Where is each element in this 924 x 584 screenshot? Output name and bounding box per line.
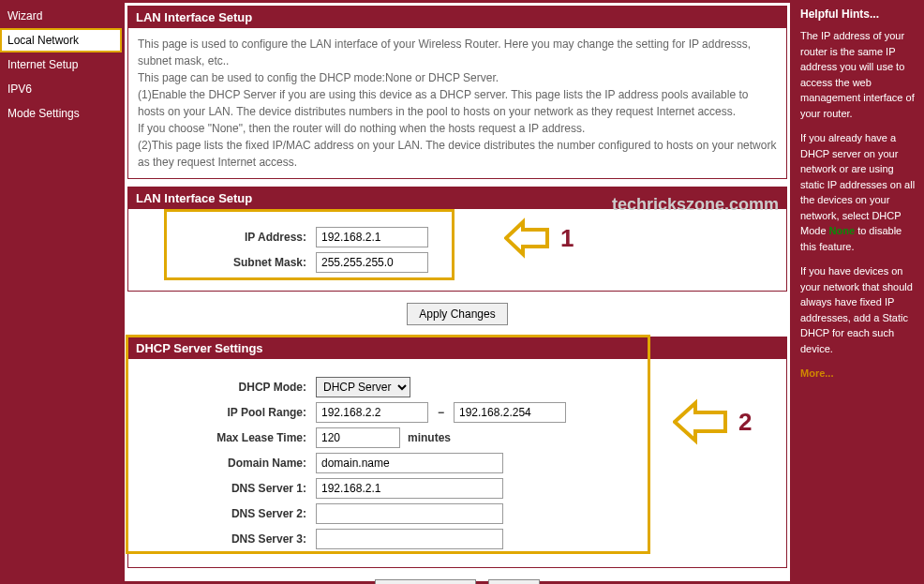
apply-row-1: Apply Changes bbox=[127, 303, 787, 325]
hints-p1: The IP address of your router is the sam… bbox=[800, 28, 917, 121]
svg-marker-0 bbox=[506, 222, 547, 254]
dhcp-section-title: DHCP Server Settings bbox=[128, 337, 786, 359]
row-subnet-mask: Subnet Mask: bbox=[138, 252, 777, 273]
page-title: LAN Interface Setup bbox=[128, 7, 786, 28]
lease-time-label: Max Lease Time: bbox=[138, 429, 316, 446]
row-dns2: DNS Server 2: bbox=[138, 503, 777, 524]
subnet-mask-input[interactable] bbox=[316, 252, 428, 273]
ip-address-input[interactable] bbox=[316, 227, 428, 247]
dns2-input[interactable] bbox=[316, 503, 503, 524]
arrow-left-icon bbox=[504, 217, 551, 260]
undo-button[interactable]: Undo bbox=[488, 579, 540, 584]
domain-name-label: Domain Name: bbox=[138, 455, 316, 472]
svg-marker-1 bbox=[675, 403, 725, 441]
desc-line: (1)Enable the DHCP Server if you are usi… bbox=[138, 86, 777, 120]
main-content: LAN Interface Setup This page is used to… bbox=[125, 3, 790, 581]
row-dns1: DNS Server 1: bbox=[138, 478, 777, 499]
row-dhcp-mode: DHCP Mode: DHCP Server bbox=[138, 377, 777, 397]
domain-name-input[interactable] bbox=[316, 453, 503, 473]
sidebar-item-local-network[interactable]: Local Network bbox=[0, 28, 122, 52]
ip-address-label: IP Address: bbox=[138, 229, 316, 246]
row-ip-address: IP Address: bbox=[138, 227, 777, 247]
desc-line: This page can be used to config the DHCP… bbox=[138, 69, 777, 86]
arrow-left-icon bbox=[673, 397, 729, 447]
subnet-mask-label: Subnet Mask: bbox=[138, 254, 316, 271]
annotation-number-1: 1 bbox=[560, 224, 574, 253]
annotation-number-2: 2 bbox=[738, 408, 752, 437]
panel-lan-setup: LAN Interface Setup IP Address: Subnet M… bbox=[127, 187, 787, 292]
dns1-label: DNS Server 1: bbox=[138, 480, 316, 497]
dns1-input[interactable] bbox=[316, 478, 503, 499]
dhcp-mode-select[interactable]: DHCP Server bbox=[316, 377, 410, 397]
ip-pool-end-input[interactable] bbox=[454, 402, 566, 423]
lan-section-title: LAN Interface Setup bbox=[128, 187, 786, 209]
pool-dash: − bbox=[438, 404, 444, 421]
sidebar-item-ipv6[interactable]: IPV6 bbox=[0, 77, 122, 101]
desc-line: If you choose "None", then the router wi… bbox=[138, 120, 777, 137]
hints-p2: If you already have a DHCP server on you… bbox=[800, 130, 917, 254]
hints-panel: Helpful Hints... The IP address of your … bbox=[793, 0, 924, 584]
lease-time-input[interactable] bbox=[316, 427, 400, 448]
sidebar-item-wizard[interactable]: Wizard bbox=[0, 4, 122, 28]
apply-changes-button-2[interactable]: Apply Changes bbox=[375, 579, 475, 584]
dns2-label: DNS Server 2: bbox=[138, 505, 316, 522]
dns3-input[interactable] bbox=[316, 529, 503, 549]
hints-p3: If you have devices on your network that… bbox=[800, 263, 917, 356]
apply-row-2: Apply Changes Undo bbox=[127, 579, 787, 584]
row-dns3: DNS Server 3: bbox=[138, 529, 777, 549]
panel-intro: LAN Interface Setup This page is used to… bbox=[127, 6, 787, 179]
sidebar-item-internet-setup[interactable]: Internet Setup bbox=[0, 52, 122, 77]
arrow-annotation-1: 1 bbox=[504, 217, 574, 260]
hints-p2-pre: If you already have a DHCP server on you… bbox=[800, 132, 915, 236]
hints-more-link[interactable]: More... bbox=[800, 367, 833, 379]
hints-none-word: None bbox=[829, 225, 856, 236]
apply-changes-button[interactable]: Apply Changes bbox=[407, 303, 507, 325]
lease-time-unit: minutes bbox=[408, 429, 451, 446]
desc-line: (2)This page lists the fixed IP/MAC addr… bbox=[138, 137, 777, 171]
desc-line: This page is used to configure the LAN i… bbox=[138, 36, 777, 69]
panel-dhcp-settings: DHCP Server Settings DHCP Mode: DHCP Ser… bbox=[127, 337, 787, 568]
dhcp-mode-label: DHCP Mode: bbox=[138, 379, 316, 396]
ip-pool-label: IP Pool Range: bbox=[138, 404, 316, 421]
row-domain-name: Domain Name: bbox=[138, 453, 777, 473]
arrow-annotation-2: 2 bbox=[673, 397, 752, 447]
ip-pool-start-input[interactable] bbox=[316, 402, 428, 423]
sidebar: Wizard Local Network Internet Setup IPV6… bbox=[0, 0, 122, 584]
hints-title: Helpful Hints... bbox=[800, 6, 917, 22]
sidebar-item-mode-settings[interactable]: Mode Settings bbox=[0, 101, 122, 126]
page-description: This page is used to configure the LAN i… bbox=[128, 28, 786, 178]
dns3-label: DNS Server 3: bbox=[138, 531, 316, 547]
